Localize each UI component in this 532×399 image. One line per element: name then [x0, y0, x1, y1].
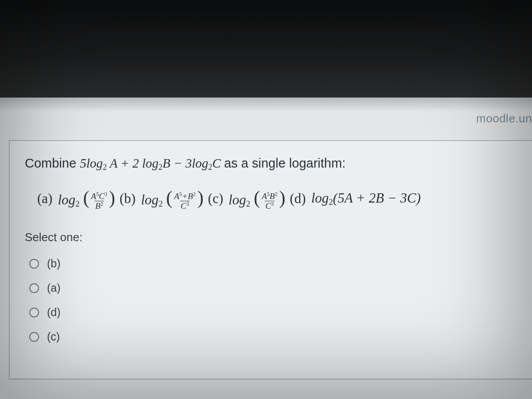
c-num-B: B	[270, 192, 275, 201]
c-num-Bexp: 2	[275, 191, 278, 197]
option-row-b[interactable]: (b)	[25, 251, 520, 276]
radio-icon[interactable]	[29, 283, 39, 293]
radio-icon[interactable]	[29, 308, 39, 317]
t2-log: log	[142, 156, 158, 170]
option-label: (a)	[47, 280, 61, 296]
c-den-C: C	[266, 201, 271, 211]
b-num-A: A	[174, 192, 180, 201]
choice-b: (b) log2 ( A5+B2 C3 )	[120, 185, 203, 211]
c-num-A: A	[262, 192, 267, 201]
choice-a-label: (a)	[37, 189, 52, 208]
answer-choices-row: (a) log2 ( A5C3 B2 ) (b) log2 ( A5+B2 C3…	[37, 185, 520, 211]
choice-d-arg: (5A + 2B − 3C)	[333, 190, 421, 206]
b-num-plus: +	[182, 192, 188, 201]
question-prompt: Combine 5log2 A + 2 log2B − 3log2C as a …	[25, 154, 520, 173]
t2-coef: 2	[133, 156, 142, 170]
a-num-A: A	[91, 192, 96, 201]
radio-icon[interactable]	[29, 332, 39, 342]
choice-d-base: 2	[329, 197, 333, 207]
option-row-c[interactable]: (c)	[25, 325, 520, 349]
b-den-C: C	[181, 201, 187, 211]
choice-c-base: 2	[246, 200, 250, 209]
choice-d: (d) log2(5A + 2B − 3C)	[290, 188, 421, 208]
t3-arg: C	[212, 156, 221, 170]
a-num-C: C	[99, 192, 105, 201]
prompt-suffix: as a single logarithm:	[224, 156, 345, 170]
prompt-prefix: Combine	[25, 156, 80, 170]
option-row-a[interactable]: (a)	[25, 276, 520, 300]
a-num-Cexp: 3	[105, 191, 107, 197]
address-bar-fragment: moodle.un	[476, 112, 532, 125]
option-label: (c)	[47, 329, 60, 344]
choice-c-log: log	[228, 192, 246, 207]
choice-d-label: (d)	[290, 189, 306, 208]
t1-arg: A	[107, 156, 117, 170]
choice-c-label: (c)	[208, 189, 223, 208]
b-den-Cexp: 3	[186, 201, 189, 207]
option-label: (d)	[47, 305, 61, 320]
a-den-B: B	[95, 201, 101, 211]
question-card: Combine 5log2 A + 2 log2B − 3log2C as a …	[9, 140, 532, 379]
t2-arg: B	[162, 156, 170, 170]
choice-d-log: log	[311, 190, 329, 206]
minus: −	[173, 156, 185, 170]
choice-a: (a) log2 ( A5C3 B2 )	[37, 185, 115, 211]
choice-c: (c) log2 ( A5B2 C3 )	[208, 185, 286, 211]
b-num-Bexp: 2	[193, 191, 196, 197]
plus: +	[121, 156, 133, 170]
select-one-label: Select one:	[25, 229, 520, 245]
a-den-Bexp: 2	[100, 201, 103, 207]
b-num-B: B	[188, 192, 193, 201]
t3-log: log	[192, 156, 208, 170]
choice-b-base: 2	[159, 200, 163, 209]
t3-coef: 3	[185, 156, 192, 170]
t1-log: log	[86, 156, 103, 170]
choice-a-base: 2	[75, 200, 80, 209]
window-dark-top	[0, 0, 532, 98]
t1-base: 2	[103, 163, 107, 172]
option-label: (b)	[47, 256, 61, 271]
choice-b-log: log	[141, 192, 159, 207]
option-row-d[interactable]: (d)	[25, 300, 520, 325]
c-den-Cexp: 3	[271, 201, 274, 207]
select-one-block: Select one: (b) (a) (d) (c)	[25, 229, 520, 349]
t1-coef: 5	[80, 156, 86, 170]
t3-base: 2	[208, 163, 212, 172]
radio-icon[interactable]	[29, 259, 39, 269]
choice-b-label: (b)	[120, 189, 136, 208]
choice-a-log: log	[58, 192, 75, 207]
